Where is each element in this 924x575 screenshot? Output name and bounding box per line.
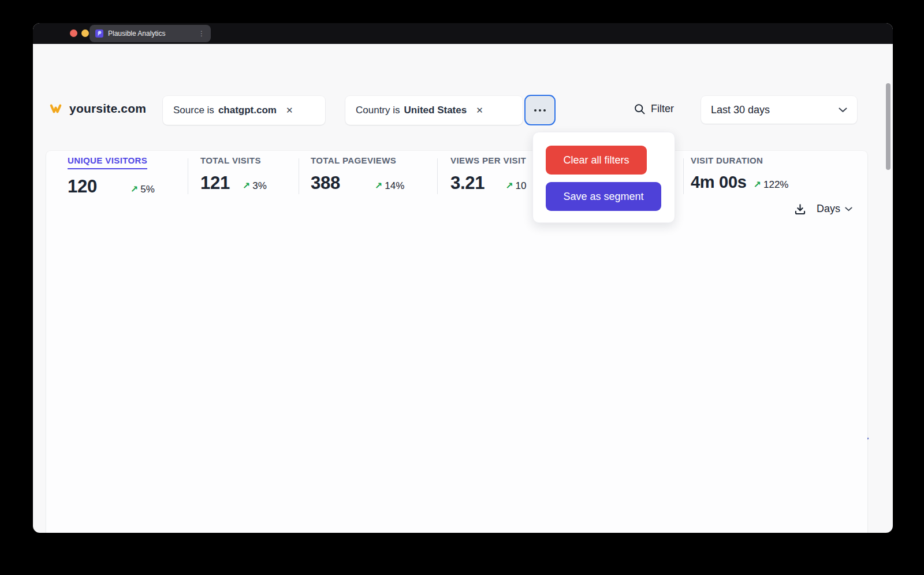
minimize-window-button[interactable] [81, 29, 89, 37]
titlebar: Plausible Analytics ⋮ [33, 23, 893, 44]
ellipsis-icon [534, 109, 546, 112]
stat-label: TOTAL VISITS [200, 155, 261, 165]
filter-pill-prefix: Source is [173, 105, 214, 116]
stat-views-per-visit[interactable]: VIEWS PER VISIT 3.21 ↗10 [450, 155, 526, 194]
filter-pill-value: United States [404, 105, 467, 116]
date-range-value: Last 30 days [711, 104, 839, 116]
stat-value: 4m 00s [691, 173, 747, 192]
more-filters-button[interactable] [524, 95, 556, 125]
filter-pill-value: chatgpt.com [218, 105, 277, 116]
stat-change-badge: ↗3% [243, 180, 267, 192]
stat-value: 120 [68, 176, 97, 197]
chevron-down-icon [845, 207, 852, 212]
stat-label: VIEWS PER VISIT [450, 155, 526, 165]
trend-up-icon: ↗ [754, 179, 761, 190]
plausible-favicon-icon [95, 29, 103, 38]
stat-value: 121 [200, 173, 230, 194]
clear-all-filters-button[interactable]: Clear all filters [546, 146, 647, 175]
trend-up-icon: ↗ [131, 184, 138, 195]
stat-divider [437, 158, 438, 194]
site-name: yoursite.com [69, 102, 146, 116]
stat-total-pageviews[interactable]: TOTAL PAGEVIEWS 388 ↗14% [311, 155, 404, 194]
close-window-button[interactable] [70, 29, 77, 37]
stat-total-visits[interactable]: TOTAL VISITS 121 ↗3% [200, 155, 267, 194]
tab-title: Plausible Analytics [108, 29, 193, 38]
filter-button[interactable]: Filter [634, 103, 674, 115]
stat-change-badge: ↗5% [131, 184, 155, 195]
stat-value: 388 [311, 173, 340, 194]
stat-label: VISIT DURATION [691, 155, 763, 165]
save-as-segment-button[interactable]: Save as segment [546, 182, 661, 211]
remove-filter-icon[interactable]: ✕ [286, 105, 293, 116]
site-favicon-icon [49, 102, 62, 115]
stat-visit-duration[interactable]: VISIT DURATION 4m 00s ↗122% [691, 155, 788, 192]
browser-tab[interactable]: Plausible Analytics ⋮ [90, 25, 211, 42]
browser-window: Plausible Analytics ⋮ 024684 Feb8 Feb12 … [33, 23, 893, 533]
filter-pill-source[interactable]: Source is chatgpt.com ✕ [163, 96, 325, 125]
search-icon [634, 103, 646, 115]
stat-value: 3.21 [450, 173, 485, 194]
download-icon [794, 203, 806, 215]
date-range-select[interactable]: Last 30 days [701, 96, 857, 124]
stat-change-badge: ↗14% [375, 180, 404, 192]
trend-up-icon: ↗ [505, 180, 513, 191]
stat-divider [683, 158, 684, 194]
stats-card: UNIQUE VISITORS 120 ↗5% TOTAL VISITS 121… [46, 151, 867, 533]
filter-actions-popover: Clear all filters Save as segment [532, 132, 675, 223]
stat-label: UNIQUE VISITORS [68, 155, 147, 169]
filter-pill-prefix: Country is [356, 105, 400, 116]
trend-up-icon: ↗ [243, 180, 250, 191]
stat-unique-visitors[interactable]: UNIQUE VISITORS 120 ↗5% [68, 155, 155, 197]
interval-value: Days [817, 203, 840, 215]
stat-change-badge: ↗10 [505, 180, 526, 192]
stat-divider [299, 158, 299, 194]
chevron-down-icon [839, 107, 847, 113]
stat-divider [188, 158, 188, 194]
scrollbar-thumb[interactable] [886, 83, 891, 170]
trend-up-icon: ↗ [375, 180, 382, 191]
filter-pill-country[interactable]: Country is United States ✕ [345, 96, 523, 125]
dashboard: 024684 Feb8 Feb12 Feb16 Feb20 Feb24 Feb2… [33, 44, 893, 533]
filter-button-label: Filter [651, 103, 674, 115]
interval-select[interactable]: Days [817, 203, 852, 215]
stat-label: TOTAL PAGEVIEWS [311, 155, 396, 165]
site-switcher[interactable]: yoursite.com [49, 102, 146, 116]
remove-filter-icon[interactable]: ✕ [476, 105, 483, 116]
tab-menu-icon[interactable]: ⋮ [198, 29, 205, 38]
stat-change-badge: ↗122% [754, 179, 789, 191]
export-download-button[interactable] [794, 203, 806, 215]
